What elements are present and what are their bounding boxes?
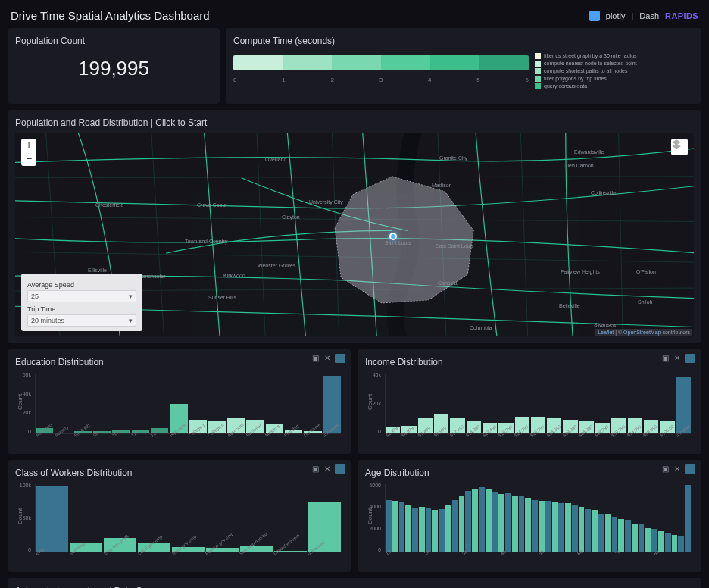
compute-axis: 0123456: [233, 74, 529, 83]
chart-title: Education Distribution: [15, 357, 344, 368]
bar[interactable]: [505, 493, 511, 552]
home-icon[interactable]: [335, 464, 345, 474]
chart-toolbar: ▣✕: [661, 354, 695, 363]
bar[interactable]: [539, 501, 545, 552]
bar[interactable]: [612, 517, 618, 552]
chart-title: Class of Workers Distribution: [15, 468, 344, 478]
chart-title: Age Distribution: [365, 468, 694, 478]
speed-select[interactable]: 25▾: [27, 290, 136, 302]
bar[interactable]: [426, 508, 432, 552]
plotly-logo-icon: [589, 11, 600, 21]
chart-toolbar: ▣✕: [661, 464, 695, 474]
chart-toolbar: ▣✕: [311, 354, 345, 363]
population-value: 199,995: [15, 51, 212, 83]
chevron-down-icon: ▾: [129, 314, 133, 327]
close-icon[interactable]: ✕: [323, 354, 332, 363]
brand-rapids: RAPIDS: [665, 11, 698, 20]
camera-icon[interactable]: ▣: [311, 464, 320, 474]
population-panel: Population Count 199,995: [8, 28, 220, 104]
home-icon[interactable]: [685, 464, 695, 474]
camera-icon[interactable]: ▣: [661, 354, 670, 363]
population-title: Population Count: [15, 36, 212, 46]
speed-label: Average Speed: [27, 281, 136, 289]
zoom-out-button[interactable]: −: [21, 152, 36, 166]
chevron-down-icon: ▾: [129, 290, 133, 302]
compute-time-panel: Compute Time (seconds) 0123456 filter us…: [226, 28, 701, 104]
home-icon[interactable]: [335, 354, 345, 363]
camera-icon[interactable]: ▣: [311, 354, 320, 363]
brand-sep: |: [631, 11, 633, 20]
map-title: Population and Road Distribution | Click…: [15, 117, 694, 128]
bar[interactable]: [498, 494, 504, 552]
bar[interactable]: [386, 500, 392, 552]
map-canvas[interactable]: OverlandGranite CityMadisonUniversity Ci…: [15, 133, 694, 337]
brand: plotly | Dash RAPIDS: [589, 11, 698, 21]
ack-panel: Acknowledgements and Data Sources Import…: [8, 578, 701, 588]
zoom-control: + −: [21, 139, 36, 166]
layers-icon: [671, 139, 682, 149]
bar[interactable]: [465, 491, 471, 552]
bar[interactable]: [579, 507, 585, 552]
chart-toolbar: ▣✕: [311, 464, 345, 474]
triptime-label: Trip Time: [27, 305, 136, 313]
page-title: Drive Time Spatial Analytics Dashboard: [11, 9, 210, 22]
chart-age: Age Distribution▣✕6000400020000Count1020…: [358, 460, 701, 572]
camera-icon[interactable]: ▣: [661, 464, 670, 474]
chart-workers: Class of Workers Distribution▣✕100k50k0C…: [8, 460, 351, 572]
triptime-select[interactable]: 20 minutes▾: [27, 314, 136, 327]
close-icon[interactable]: ✕: [673, 464, 682, 474]
home-icon[interactable]: [685, 354, 695, 363]
brand-name: plotly: [606, 11, 626, 20]
bar[interactable]: [572, 505, 578, 552]
compute-title: Compute Time (seconds): [233, 36, 694, 46]
chart-income: Income Distribution▣✕40k20k0Count$2,499$…: [358, 349, 701, 454]
map-controls: Average Speed 25▾ Trip Time 20 minutes▾: [21, 274, 142, 331]
bar[interactable]: [419, 507, 425, 552]
leaflet-link[interactable]: Leaflet: [598, 330, 614, 335]
zoom-in-button[interactable]: +: [21, 139, 36, 152]
close-icon[interactable]: ✕: [673, 354, 682, 363]
compute-legend: filter us street graph by a 30 mile radi…: [535, 51, 694, 98]
bar[interactable]: [459, 496, 465, 552]
map-panel: Population and Road Distribution | Click…: [8, 110, 701, 343]
layers-button[interactable]: [671, 139, 688, 155]
chart-title: Income Distribution: [365, 357, 694, 368]
map-attribution: Leaflet | © OpenStreetMap contributors: [595, 329, 692, 336]
compute-bar: [233, 55, 529, 70]
osm-link[interactable]: OpenStreetMap: [623, 330, 661, 335]
chart-education: Education Distribution▣✕60k40k20k0CountN…: [8, 349, 351, 454]
map-marker[interactable]: [389, 233, 397, 240]
close-icon[interactable]: ✕: [323, 464, 332, 474]
brand-product: Dash: [639, 11, 659, 20]
